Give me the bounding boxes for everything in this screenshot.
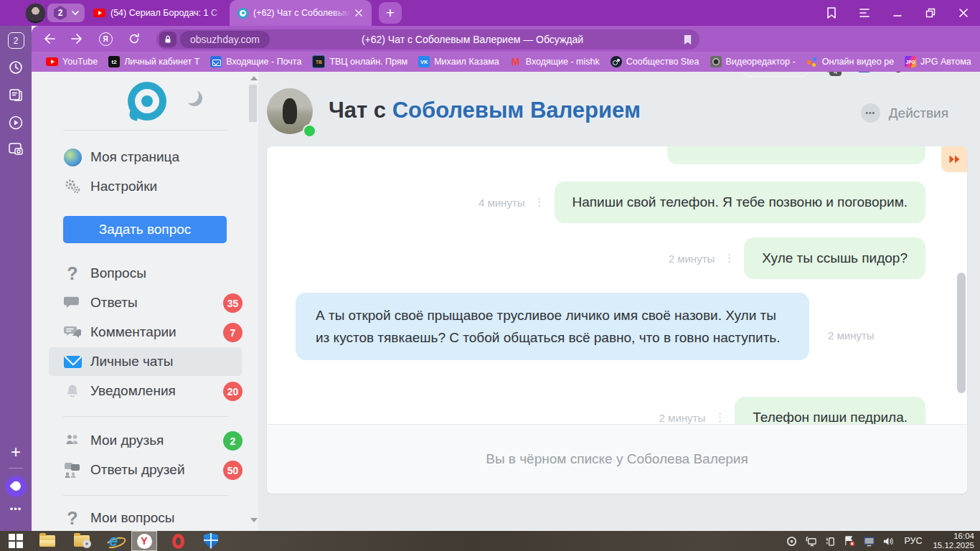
ask-question-button[interactable]: Задать вопрос xyxy=(63,216,227,243)
sidebar-item-private-chats[interactable]: Личные чаты xyxy=(49,347,242,376)
tab-close-icon[interactable] xyxy=(355,9,362,17)
bookmark-steam[interactable]: Сообщество Stea xyxy=(611,56,699,67)
windows-taskbar: e Y РУС 16:04 15.12.2025 xyxy=(0,531,980,551)
network-icon[interactable] xyxy=(804,534,817,547)
yandex-browser-taskbar-active[interactable]: Y xyxy=(131,531,157,551)
strip-more-icon[interactable]: ••• xyxy=(0,504,32,514)
message-row: 2 минуты ⋮ Телефон пиши педрила. xyxy=(267,396,967,424)
partner-name-link[interactable]: Соболевым Валерием xyxy=(392,98,641,123)
youtube-icon xyxy=(46,57,58,66)
obsuzhday-logo[interactable] xyxy=(128,82,166,121)
file-explorer-icon[interactable] xyxy=(37,532,57,550)
defender-icon[interactable] xyxy=(201,532,221,550)
tray-app-icon[interactable] xyxy=(785,534,798,547)
site-sidebar: Моя страница Настройки Задать вопрос ? В… xyxy=(32,72,258,531)
dark-mode-moon-icon[interactable] xyxy=(187,90,202,106)
comments-badge: 7 xyxy=(223,323,242,342)
bookmark-video-editor[interactable]: Видеоредактор - xyxy=(710,56,796,67)
new-tab-button[interactable]: + xyxy=(379,2,402,24)
minimize-button[interactable] xyxy=(890,6,905,20)
bookmark-vk[interactable]: VKМихаил Казама xyxy=(418,56,499,67)
side-panel-toggle[interactable] xyxy=(941,146,967,172)
add-bookmark-icon[interactable] xyxy=(675,34,699,45)
chat-page: Чат с Соболевым Валерием ••• Действия 4 … xyxy=(258,72,980,531)
address-bar[interactable]: obsuzhday.com (+62) Чат с Соболевым Вале… xyxy=(156,29,699,50)
gmail-icon: M xyxy=(510,56,522,67)
bookmark-tele2[interactable]: t2Личный кабинет Т xyxy=(108,56,199,67)
tab-youtube[interactable]: (54) Сериал Бородач: 1 С xyxy=(93,0,228,26)
yandex-home-button[interactable]: Я xyxy=(98,32,113,46)
message-menu-icon[interactable]: ⋮ xyxy=(715,411,725,424)
bookmark-mail[interactable]: Входящие - Почта xyxy=(210,56,301,67)
youtube-favicon xyxy=(93,9,105,17)
forward-button[interactable] xyxy=(69,32,85,46)
sidebar-item-my-friends[interactable]: Мои друзья xyxy=(49,426,242,455)
message-menu-icon[interactable]: ⋮ xyxy=(534,196,545,209)
start-button[interactable] xyxy=(6,532,26,550)
internet-explorer-icon[interactable]: e xyxy=(105,532,125,550)
device-settings-icon[interactable] xyxy=(824,534,837,547)
incoming-message-bubble[interactable]: А ты открой своё прыщавое трусливое личи… xyxy=(296,293,809,360)
mail-icon xyxy=(210,56,222,67)
browser-profile-avatar[interactable] xyxy=(25,3,46,24)
sidebar-scrollbar-thumb[interactable] xyxy=(249,85,257,122)
sidebar-item-settings[interactable]: Настройки xyxy=(49,172,242,201)
chat-scrollbar-thumb[interactable] xyxy=(957,273,966,393)
taskbar-clock[interactable]: 16:04 15.12.2025 xyxy=(933,532,974,550)
chat-actions[interactable]: ••• Действия xyxy=(861,103,948,123)
tab-obsuzhday-active[interactable]: (+62) Чат с Соболевым xyxy=(230,0,372,26)
friends-icon xyxy=(62,431,83,450)
outgoing-message-bubble[interactable]: Напиши свой телефон. Я тебе позвоню и по… xyxy=(555,182,925,223)
back-button[interactable] xyxy=(42,32,57,46)
divider xyxy=(63,416,228,417)
history-icon[interactable] xyxy=(0,60,32,75)
sidebar-item-my-page[interactable]: Моя страница xyxy=(49,143,242,171)
message-list: 4 минуты ⋮ Напиши свой телефон. Я тебе п… xyxy=(267,146,967,424)
close-window-button[interactable] xyxy=(956,6,971,20)
sidebar-item-comments[interactable]: Комментарии xyxy=(49,318,242,347)
folder-disc-icon[interactable] xyxy=(72,532,92,550)
feed-icon[interactable] xyxy=(0,87,32,103)
bookmark-youtube[interactable]: YouTube xyxy=(46,57,98,67)
bookmark-gmail[interactable]: MВходящие - mishk xyxy=(510,56,600,67)
alice-assistant-icon[interactable] xyxy=(0,476,32,497)
menu-icon[interactable] xyxy=(857,6,872,20)
browser-toolbar: Я obsuzhday.com (+62) Чат с Соболевым Ва… xyxy=(32,26,980,52)
language-indicator[interactable]: РУС xyxy=(904,536,922,546)
bookmark-panel-icon[interactable] xyxy=(824,6,839,20)
sidebar-item-my-questions[interactable]: ? Мои вопросы xyxy=(49,504,242,532)
bookmarks-bar: YouTube t2Личный кабинет Т Входящие - По… xyxy=(32,52,980,72)
volume-icon[interactable] xyxy=(882,534,895,547)
sidebar-scroll-up-arrow[interactable] xyxy=(250,76,258,80)
tab-group-counter[interactable]: 2 xyxy=(47,4,85,22)
speech-bubble-icon xyxy=(62,293,83,312)
message-row: А ты открой своё прыщавое трусливое личи… xyxy=(267,293,967,360)
outgoing-message-bubble[interactable]: Хуле ты ссышь пидор? xyxy=(744,237,925,279)
actions-menu-icon[interactable]: ••• xyxy=(861,103,880,123)
sidebar-item-friends-answers[interactable]: Ответы друзей xyxy=(49,456,242,484)
sidebar-add-icon[interactable]: + xyxy=(0,442,32,462)
action-center-flag-icon[interactable] xyxy=(843,534,856,547)
bookmark-tvc[interactable]: ТВТВЦ онлайн. Прям xyxy=(312,55,407,68)
sidebar-item-answers[interactable]: Ответы xyxy=(49,288,242,317)
bookmark-online-video[interactable]: Онлайн видео ре xyxy=(806,56,894,67)
t2-icon: t2 xyxy=(108,56,120,67)
clock-date: 15.12.2025 xyxy=(933,541,974,550)
message-menu-icon[interactable]: ⋮ xyxy=(724,252,735,265)
lock-icon[interactable] xyxy=(159,32,176,47)
display-icon[interactable] xyxy=(862,534,875,547)
screenshot-icon[interactable] xyxy=(0,141,32,157)
video-icon[interactable] xyxy=(0,114,32,131)
sidebar-item-questions[interactable]: ? Вопросы xyxy=(49,259,242,288)
restore-window-button[interactable] xyxy=(923,6,938,20)
outgoing-message-bubble[interactable]: Телефон пиши педрила. xyxy=(735,397,925,424)
sidebar-item-notifications[interactable]: Уведомления xyxy=(49,377,242,405)
friends-answers-badge: 50 xyxy=(223,461,242,480)
sidebar-scroll-down-arrow[interactable] xyxy=(250,518,258,522)
address-page-title: (+62) Чат с Соболевым Валерием — Обсужда… xyxy=(270,34,675,45)
bookmark-jpg[interactable]: JPGJPG Автома xyxy=(905,56,971,67)
opera-icon[interactable] xyxy=(168,532,188,550)
url-domain[interactable]: obsuzhday.com xyxy=(180,31,270,48)
tabs-panel-icon[interactable]: 2 xyxy=(0,32,32,49)
reload-button[interactable] xyxy=(126,32,142,46)
